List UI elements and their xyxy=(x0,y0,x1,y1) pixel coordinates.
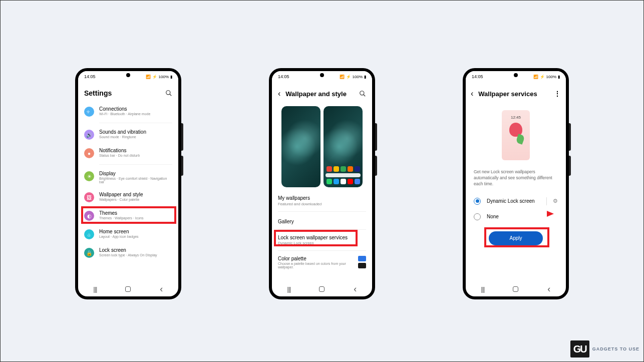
settings-item-sounds[interactable]: 🔊 Sounds and vibration Sound mode · Ring… xyxy=(84,125,172,144)
status-right: 📶 ⚡ 100% ▮ xyxy=(533,75,560,79)
status-right: 📶 ⚡ 100% ▮ xyxy=(146,75,172,79)
settings-item-themes[interactable]: ◐ Themes Themes · Wallpapers · Icons xyxy=(84,206,172,225)
wallpaper-icon: 🖼 xyxy=(84,192,94,202)
signal-icon: 📶 ⚡ xyxy=(340,75,351,79)
svg-point-0 xyxy=(166,91,170,95)
notification-icon: ● xyxy=(84,148,94,158)
battery-text: 100% xyxy=(159,75,169,79)
watermark-logo: GU xyxy=(570,340,589,357)
status-bar: 14:05 📶 ⚡ 100% ▮ xyxy=(272,71,372,82)
watermark-text: GADGETS TO USE xyxy=(592,346,639,351)
camera-hole xyxy=(126,73,130,77)
nav-recent-icon[interactable] xyxy=(285,285,292,292)
more-icon[interactable]: ⋮ xyxy=(554,90,561,98)
screen-wallpaper-style: 14:05 📶 ⚡ 100% ▮ ‹ Wallpaper and style xyxy=(272,71,372,296)
nav-recent-icon[interactable] xyxy=(479,285,486,292)
nav-bar xyxy=(272,281,372,296)
search-icon[interactable] xyxy=(165,90,172,97)
nav-bar xyxy=(78,281,178,296)
phone-1: 14:05 📶 ⚡ 100% ▮ Settings ᯤ xyxy=(75,68,181,299)
svg-point-2 xyxy=(360,91,364,95)
my-wallpapers-sub: Featured and downloaded xyxy=(272,202,372,209)
camera-hole xyxy=(320,73,324,77)
status-bar: 14:05 📶 ⚡ 100% ▮ xyxy=(78,71,178,82)
settings-item-connections[interactable]: ᯤ Connections Wi-Fi · Bluetooth · Airpla… xyxy=(84,102,172,121)
radio-dynamic[interactable]: Dynamic Lock screen ⚙ xyxy=(466,193,566,209)
settings-item-home[interactable]: ⌂ Home screen Layout · App icon badges xyxy=(84,225,172,243)
nav-home-icon[interactable] xyxy=(319,286,325,292)
nav-home-icon[interactable] xyxy=(513,286,518,292)
settings-list: ᯤ Connections Wi-Fi · Bluetooth · Airpla… xyxy=(78,102,178,262)
swatch-black xyxy=(358,263,366,268)
lock-preview-card: 12:45 xyxy=(502,110,530,160)
status-time: 14:05 xyxy=(278,74,289,79)
signal-icon: 📶 ⚡ xyxy=(146,75,157,79)
radio-unselected-icon xyxy=(474,213,481,220)
status-time: 14:05 xyxy=(84,74,96,79)
battery-icon: ▮ xyxy=(170,75,172,79)
display-icon: ☀ xyxy=(84,171,94,181)
color-palette-item[interactable]: Color palette Choose a palette based on … xyxy=(272,253,372,274)
status-bar: 14:05 📶 ⚡ 100% ▮ xyxy=(466,71,566,82)
sound-icon: 🔊 xyxy=(84,130,94,140)
page-title: Wallpaper and style xyxy=(285,90,354,98)
search-icon[interactable] xyxy=(359,90,366,97)
screen-wallpaper-services: 14:05 📶 ⚡ 100% ▮ ‹ Wallpaper services ⋮ … xyxy=(466,71,566,296)
preview-time: 12:45 xyxy=(511,115,521,120)
home-icon: ⌂ xyxy=(84,229,94,239)
screen-settings: 14:05 📶 ⚡ 100% ▮ Settings ᯤ xyxy=(78,71,178,296)
gear-icon[interactable]: ⚙ xyxy=(553,198,558,204)
wallpaper-header: ‹ Wallpaper and style xyxy=(272,82,372,103)
watermark: GU GADGETS TO USE xyxy=(570,340,639,357)
page-title: Wallpaper services xyxy=(478,90,549,98)
status-right: 📶 ⚡ 100% ▮ xyxy=(340,75,366,79)
nav-back-icon[interactable] xyxy=(158,285,165,292)
gallery-label[interactable]: Gallery xyxy=(272,214,372,227)
nav-home-icon[interactable] xyxy=(125,286,131,292)
home-preview[interactable] xyxy=(324,106,363,187)
lock-preview[interactable] xyxy=(281,106,320,187)
status-time: 14:05 xyxy=(472,74,483,79)
svg-line-3 xyxy=(364,95,366,97)
settings-item-lock[interactable]: 🔒 Lock screen Screen lock type · Always … xyxy=(84,243,172,262)
info-text: Get new Lock screen wallpapers automatic… xyxy=(466,169,566,193)
page-title: Settings xyxy=(84,89,112,97)
signal-icon: 📶 ⚡ xyxy=(533,75,544,79)
back-icon[interactable]: ‹ xyxy=(471,89,473,98)
swatch-blue xyxy=(358,256,366,261)
camera-hole xyxy=(514,73,518,77)
nav-bar xyxy=(466,281,566,296)
phone-3: 14:05 📶 ⚡ 100% ▮ ‹ Wallpaper services ⋮ … xyxy=(463,68,569,299)
svg-line-1 xyxy=(170,94,172,96)
settings-item-notifications[interactable]: ● Notifications Status bar · Do not dist… xyxy=(84,144,172,162)
nav-back-icon[interactable] xyxy=(545,285,552,292)
battery-icon: ▮ xyxy=(558,75,560,79)
settings-header: Settings xyxy=(78,82,178,102)
flower-image xyxy=(509,123,523,141)
battery-text: 100% xyxy=(546,75,556,79)
radio-selected-icon xyxy=(474,198,481,205)
apply-button[interactable]: Apply xyxy=(489,231,543,245)
nav-recent-icon[interactable] xyxy=(92,285,99,292)
wallpaper-previews xyxy=(272,103,372,190)
lock-screen-services[interactable]: Lock screen wallpaper services Dynamic L… xyxy=(272,232,372,248)
battery-text: 100% xyxy=(353,75,363,79)
my-wallpapers-label[interactable]: My wallpapers xyxy=(272,190,372,202)
back-icon[interactable]: ‹ xyxy=(278,89,280,98)
wifi-icon: ᯤ xyxy=(84,107,94,117)
color-swatches xyxy=(358,256,366,269)
settings-item-wallpaper[interactable]: 🖼 Wallpaper and style Wallpapers · Color… xyxy=(84,188,172,206)
lock-icon: 🔒 xyxy=(84,248,94,258)
themes-icon: ◐ xyxy=(84,211,94,221)
nav-back-icon[interactable] xyxy=(352,285,359,292)
battery-icon: ▮ xyxy=(364,75,366,79)
phones-row: 14:05 📶 ⚡ 100% ▮ Settings ᯤ xyxy=(1,68,643,299)
settings-item-display[interactable]: ☀ Display Brightness · Eye comfort shiel… xyxy=(84,167,172,188)
phone-2: 14:05 📶 ⚡ 100% ▮ ‹ Wallpaper and style xyxy=(269,68,375,299)
services-header: ‹ Wallpaper services ⋮ xyxy=(466,82,566,103)
